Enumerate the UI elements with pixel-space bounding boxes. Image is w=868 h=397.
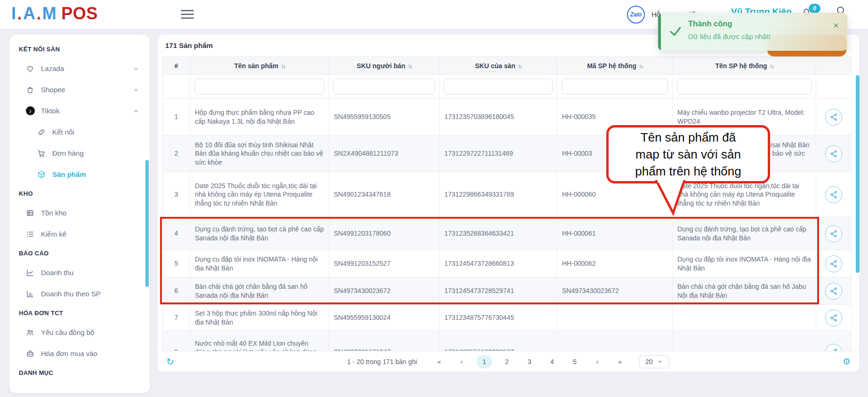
lazada-icon bbox=[25, 64, 35, 73]
sort-icon[interactable]: ↑↓ bbox=[518, 63, 522, 70]
sort-icon[interactable]: ↑↓ bbox=[770, 63, 773, 70]
filter-name-input[interactable] bbox=[194, 79, 324, 95]
cart-icon bbox=[37, 149, 46, 158]
last-page-button[interactable]: » bbox=[612, 355, 628, 368]
table-row: 8 Nước nhỏ mắt 40 EX Mild Lion chuyên dù… bbox=[163, 331, 852, 351]
page-button-1[interactable]: 1 bbox=[476, 355, 492, 368]
sort-icon[interactable]: ↑↓ bbox=[281, 63, 285, 70]
sidebar-section-hoa-don-tct: HÓA ĐƠN TCT bbox=[9, 304, 150, 322]
logo-dot-icon: ▲ bbox=[17, 14, 23, 21]
callout-tail bbox=[653, 180, 687, 216]
sidebar-item-tiktok[interactable]: ♪ Tiktok bbox=[9, 100, 150, 121]
share-button[interactable] bbox=[825, 310, 842, 326]
annotation-callout: Tên sản phẩm đã map từ sàn với sản phẩm … bbox=[606, 125, 770, 183]
link-icon bbox=[37, 127, 46, 137]
chevron-down-icon bbox=[133, 65, 139, 72]
col-sku-cua-san[interactable]: SKU của sàn↑↓ bbox=[440, 57, 557, 75]
table-row: 6 Bàn chải chà gót chân bằng đá san hô S… bbox=[163, 278, 852, 305]
products-panel: 171 Sản phẩm # Tên sản phẩm↑↓ SKU người … bbox=[158, 35, 859, 372]
table-scrollbar[interactable] bbox=[856, 75, 860, 273]
sidebar-scrollbar[interactable] bbox=[145, 160, 149, 287]
refresh-icon[interactable]: ↻ bbox=[166, 356, 174, 367]
success-toast: Thành công Dữ liệu đã được cập nhật! × bbox=[658, 13, 847, 51]
sort-icon[interactable]: ↑↓ bbox=[408, 63, 411, 70]
sidebar-item-lazada[interactable]: Lazada bbox=[9, 58, 150, 79]
sidebar-section-bao-cao: BÁO CÁO bbox=[9, 245, 150, 262]
page-button-3[interactable]: 3 bbox=[522, 355, 538, 368]
sidebar-item-ton-kho[interactable]: Tồn kho bbox=[9, 202, 150, 223]
table-footer: ↻ 1 - 20 trong 171 bản ghi « ‹ 1 2 3 4 5… bbox=[158, 351, 859, 372]
products-table: # Tên sản phẩm↑↓ SKU người bán↑↓ SKU của… bbox=[162, 56, 852, 351]
toast-close-icon[interactable]: × bbox=[833, 20, 839, 31]
share-button[interactable] bbox=[825, 255, 842, 272]
sidebar-item-ket-noi[interactable]: Kết nối bbox=[9, 121, 150, 143]
share-button[interactable] bbox=[825, 225, 842, 242]
col-actions bbox=[816, 57, 852, 75]
briefcase-icon bbox=[25, 349, 35, 358]
sidebar-item-kiem-ke[interactable]: Kiểm kê bbox=[9, 223, 150, 245]
hamburger-menu-icon[interactable] bbox=[181, 10, 194, 21]
shopee-icon bbox=[25, 85, 35, 95]
chevron-down-icon bbox=[657, 358, 663, 365]
col-ten-san-pham[interactable]: Tên sản phẩm↑↓ bbox=[190, 57, 329, 75]
sidebar-section-ket-noi-san: KẾT NỐI SÀN bbox=[9, 40, 150, 58]
filter-platform-sku-input[interactable] bbox=[444, 79, 553, 95]
filter-system-code-input[interactable] bbox=[562, 79, 668, 95]
toast-message: Dữ liệu đã được cập nhật! bbox=[688, 32, 771, 40]
toast-title: Thành công bbox=[688, 19, 732, 28]
toast-accent-bar bbox=[658, 13, 661, 51]
box-icon bbox=[37, 170, 46, 179]
table-settings-gear-icon[interactable]: ⚙ bbox=[843, 356, 851, 367]
col-ten-sp-he-thong[interactable]: Tên SP hệ thống↑↓ bbox=[673, 57, 816, 75]
sidebar-item-hoa-don-mua-vao[interactable]: Hóa đơn mua vào bbox=[9, 343, 150, 364]
line-chart-icon bbox=[25, 268, 35, 278]
prev-page-button[interactable]: ‹ bbox=[454, 355, 470, 368]
tiktok-icon: ♪ bbox=[25, 106, 35, 116]
page-button-2[interactable]: 2 bbox=[499, 355, 515, 368]
sidebar-item-doanh-thu-theo-sp[interactable]: Doanh thu theo SP bbox=[9, 283, 150, 304]
check-icon bbox=[668, 24, 683, 38]
users-icon bbox=[25, 328, 35, 337]
next-page-button[interactable]: › bbox=[589, 355, 605, 368]
app-window: I▲A▲M POS Zalo Hỗ trợ trực tiếp Vũ Trung… bbox=[0, 0, 868, 397]
page-button-4[interactable]: 4 bbox=[544, 355, 560, 368]
sidebar-section-danh-muc: DANH MỤC bbox=[9, 364, 150, 381]
sidebar: KẾT NỐI SÀN Lazada Shopee ♪ Tiktok Kết n… bbox=[9, 35, 150, 393]
col-ma-sp-he-thong[interactable]: Mã SP hệ thống↑↓ bbox=[557, 57, 673, 75]
sidebar-item-san-pham[interactable]: Sản phẩm bbox=[9, 164, 150, 185]
col-index: # bbox=[163, 57, 190, 75]
share-button[interactable] bbox=[825, 145, 842, 162]
sidebar-section-kho: KHO bbox=[9, 185, 150, 202]
logo-dot-icon: ▲ bbox=[36, 14, 41, 21]
sidebar-item-don-hang[interactable]: Đơn hàng bbox=[9, 143, 150, 164]
chevron-down-icon bbox=[133, 87, 139, 93]
sidebar-item-yeu-cau-dong-bo[interactable]: Yêu cầu đồng bộ bbox=[9, 322, 150, 343]
notification-badge: 0 bbox=[809, 4, 820, 13]
brand-logo: I▲A▲M POS bbox=[11, 4, 98, 24]
page-button-5[interactable]: 5 bbox=[567, 355, 583, 368]
share-button[interactable] bbox=[825, 109, 842, 126]
pagination-range-text: 1 - 20 trong 171 bản ghi bbox=[347, 358, 417, 365]
sidebar-item-shopee[interactable]: Shopee bbox=[9, 79, 150, 100]
share-button[interactable] bbox=[825, 344, 842, 351]
col-sku-nguoi-ban[interactable]: SKU người bán↑↓ bbox=[329, 57, 440, 75]
table-row: 5 Dụng cụ đập tỏi inox INOMATA - Hàng nộ… bbox=[163, 250, 852, 278]
checklist-icon bbox=[25, 230, 35, 239]
pagination: « ‹ 1 2 3 4 5 › » bbox=[431, 355, 628, 368]
sidebar-item-doanh-thu[interactable]: Doanh thu bbox=[9, 262, 150, 283]
page-size-select[interactable]: 20 bbox=[639, 355, 670, 368]
table-header-row: # Tên sản phẩm↑↓ SKU người bán↑↓ SKU của… bbox=[163, 57, 852, 75]
filter-seller-sku-input[interactable] bbox=[333, 79, 435, 95]
filter-row bbox=[163, 75, 852, 99]
sort-icon[interactable]: ↑↓ bbox=[639, 63, 643, 70]
table-row: 4 Dụng cụ đánh trứng, tạo bọt cà phê cao… bbox=[163, 217, 852, 250]
filter-system-name-input[interactable] bbox=[677, 79, 812, 95]
table-row: 7 Set 3 hộp thực phẩm 300ml nắp hồng Nội… bbox=[163, 305, 852, 331]
inventory-table-icon bbox=[25, 208, 35, 218]
first-page-button[interactable]: « bbox=[431, 355, 447, 368]
share-button[interactable] bbox=[825, 186, 842, 203]
zalo-icon[interactable]: Zalo bbox=[627, 6, 645, 24]
chevron-up-icon bbox=[133, 108, 139, 114]
bar-chart-icon bbox=[25, 289, 35, 299]
share-button[interactable] bbox=[825, 283, 842, 300]
